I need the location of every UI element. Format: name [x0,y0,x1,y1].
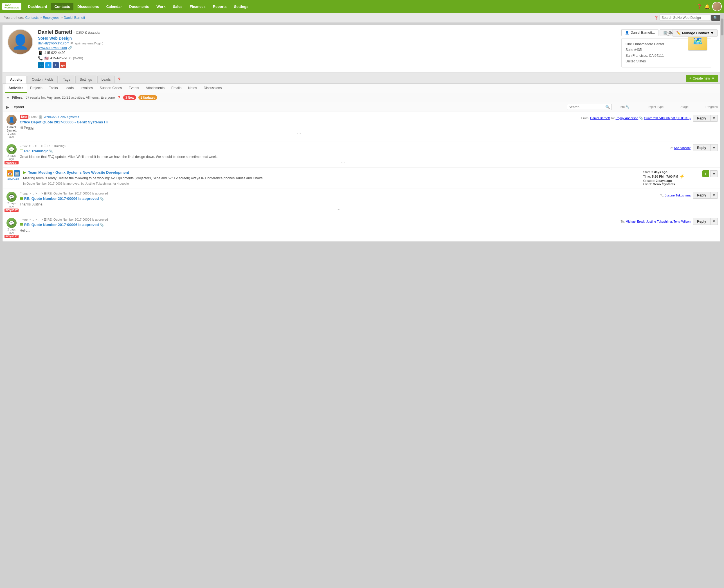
sub-tab-tasks[interactable]: Tasks [46,84,61,93]
nav-finances[interactable]: Finances [186,3,209,10]
act3-time-range: Time: 5:30 PM - 7:00 PM ⚡ [643,174,700,179]
act5-from-chain: > ... > ... > ☰ RE: Quote Number 2017-00… [29,218,108,222]
breadcrumb-current[interactable]: Daniel Barnett [64,16,85,20]
manage-contact-button[interactable]: ✏️ Manage Contact ▼ [672,29,718,37]
tab-leads[interactable]: Leads [97,76,115,83]
act3-title[interactable]: ▶ Team Meeting - Genix Systems New Websi… [23,170,641,174]
sub-tab-support[interactable]: Support Cases [96,84,125,93]
act4-to-person[interactable]: Justine Tukushima [665,194,690,197]
act1-attachment[interactable]: Quote 2017-00006.pdf (90.00 KB) [644,117,690,120]
contact-separator: - [74,30,75,35]
contact-company-link[interactable]: SoHo Web Design [38,36,616,40]
nav-calendar[interactable]: Calendar [103,3,125,10]
act2-reply-dropdown[interactable]: ▼ [710,144,718,151]
act1-body: Hi Peggy, [20,125,578,130]
act2-to-person[interactable]: Karl Vincent [674,146,690,149]
scrollbar[interactable] [720,13,724,244]
breadcrumb-search-area: ❓ 🔍 [654,15,720,21]
act1-to-person[interactable]: Peggy Anderson [616,117,639,120]
contact-email-link[interactable]: daniel@worketc.com [38,41,69,45]
tabs-help-icon[interactable]: ❓ [117,78,121,82]
act1-from-person[interactable]: Daniel Barnett [590,117,610,120]
create-new-button[interactable]: + Create new ▼ [686,75,718,82]
act4-subject[interactable]: ☰ RE: Quote Number 2017-00006 is approve… [20,196,657,201]
activity-search-input[interactable] [569,105,605,109]
act1-reply-button[interactable]: Reply [693,115,710,122]
act4-subject-icon: ☰ [20,196,23,201]
act2-right: To: Karl Vincent Reply ▼ [669,144,718,151]
tab-tags[interactable]: Tags [59,76,74,83]
breadcrumb: You are here: Contacts > Employees > Dan… [0,13,724,23]
sub-tab-leads[interactable]: Leads [61,84,77,93]
help-filters-icon[interactable]: ❓ [117,96,121,100]
act3-add-button[interactable]: + [702,170,709,177]
act5-subject[interactable]: ☰ RE: Quote Number 2017-00006 is approve… [20,223,618,227]
act5-reply-dropdown[interactable]: ▼ [710,218,718,225]
sub-tab-invoices[interactable]: Invoices [77,84,96,93]
act2-avatar-area: 💬 2 days ago REQUEST [6,144,17,164]
act1-reply-group: Reply ▼ [693,115,718,122]
nav-dashboard[interactable]: Dashboard [25,3,51,10]
manage-contact-dropdown-icon[interactable]: ▼ [710,31,714,35]
linkedin-icon[interactable]: in [38,62,44,68]
act3-id[interactable]: #0-2243 [7,177,19,181]
twitter-icon[interactable]: t [45,62,52,68]
nav-contacts[interactable]: Contacts [51,3,74,10]
tab-settings[interactable]: Settings [75,76,96,83]
notifications-icon[interactable]: 🔔 [704,4,710,9]
app-logo[interactable]: soho WEB DESIGN [2,3,21,10]
tab-custom-fields[interactable]: Custom Fields [27,76,58,83]
breadcrumb-employees[interactable]: Employees [43,16,59,20]
nav-documents[interactable]: Documents [126,3,153,10]
search-help-icon: ❓ [654,16,659,20]
nav-settings[interactable]: Settings [230,3,252,10]
create-new-dropdown-icon[interactable]: ▼ [711,77,715,80]
sub-tab-projects[interactable]: Projects [27,84,45,93]
contact-website-link[interactable]: www.sohoweb.com [38,46,67,50]
act1-subject[interactable]: Office Depot Quote 2017-00006 - Genix Sy… [20,120,578,124]
nav-work[interactable]: Work [153,3,169,10]
nav-reports[interactable]: Reports [209,3,230,10]
act2-reply-button[interactable]: Reply [693,144,710,151]
act5-reply-button[interactable]: Reply [693,218,710,225]
manage-help-icon[interactable]: ? [666,30,671,36]
activity-search-icon[interactable]: 🔍 [605,105,610,109]
googleplus-icon[interactable]: g+ [60,62,66,68]
filter-funnel-icon[interactable]: ▼ [6,96,10,100]
act1-right: From: Daniel Barnett To: Peggy Anderson … [581,115,718,122]
act2-avatar: 💬 [6,144,17,154]
global-search-input[interactable] [660,15,710,21]
sub-tab-emails[interactable]: Emails [168,84,185,93]
nav-sales[interactable]: Sales [169,3,186,10]
activity-search-box: 🔍 [567,104,612,110]
user-avatar[interactable] [712,2,722,11]
act4-avatar: 💬 [6,192,17,202]
act5-to-persons[interactable]: Michael Brodt, Justine Tukushima, Terry … [626,220,690,223]
sub-tab-discussions[interactable]: Discussions [200,84,225,93]
mobile-phone-icon: 📱 [38,50,43,55]
expand-button[interactable]: ▶ [6,105,9,109]
nav-discussions[interactable]: Discussions [74,3,102,10]
act4-right: To: Justine Tukushima Reply ▼ [660,192,718,199]
sub-tab-events[interactable]: Events [125,84,143,93]
act1-from-source[interactable]: WebDev - Genix Systems [44,115,79,119]
act4-request-badge: REQUEST [4,209,19,212]
tab-activity[interactable]: Activity [6,76,26,83]
act2-subject[interactable]: ☰ RE: Training? 📎 [20,149,666,153]
act1-from-label: From: [29,115,38,119]
breadcrumb-contacts[interactable]: Contacts [25,16,39,20]
facebook-icon[interactable]: f [53,62,59,68]
col-header-project: Project Type [646,105,664,109]
sub-tab-notes[interactable]: Notes [185,84,200,93]
address-tab-personal[interactable]: 👤 Daniel Barnett... [621,29,659,36]
global-search-button[interactable]: 🔍 [711,15,720,21]
act4-reply-button[interactable]: Reply [693,192,710,199]
sub-tab-activities[interactable]: Activities [5,84,27,93]
act3-add-dropdown[interactable]: ▼ [710,170,718,177]
help-icon[interactable]: ❓ [697,4,702,9]
scrollbar-thumb[interactable] [721,19,723,36]
sub-tab-attachments[interactable]: Attachments [142,84,168,93]
act4-reply-dropdown[interactable]: ▼ [710,192,718,199]
act1-reply-dropdown[interactable]: ▼ [710,115,718,122]
act2-attachment-small-icon: 📎 [49,149,53,153]
